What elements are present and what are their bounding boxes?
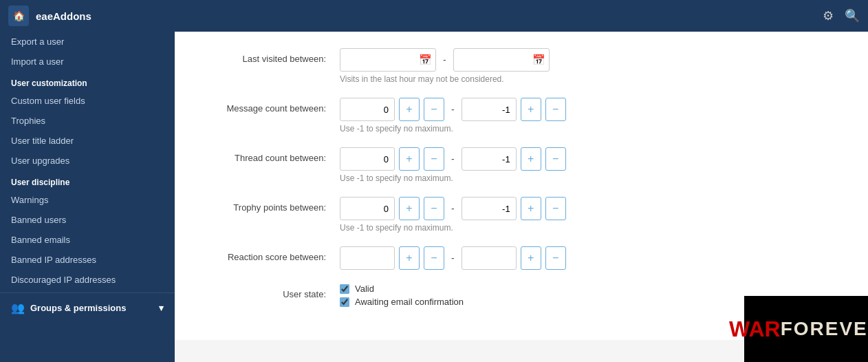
sidebar-item-export-user[interactable]: Export a user	[0, 32, 175, 52]
sidebar-item-banned-ip[interactable]: Banned IP addresses	[0, 250, 175, 270]
home-icon[interactable]: 🏠	[8, 6, 29, 26]
reaction-score-label: Reaction score between:	[202, 246, 340, 262]
groups-left: 👥 Groups & permissions	[11, 301, 126, 315]
trophy-points-inputs: + − - + −	[340, 197, 840, 220]
user-state-valid-row: Valid	[340, 284, 840, 294]
reaction-score-inputs: + − - + −	[340, 246, 840, 270]
form-container: Last visited between: 📅 - 📅 Visits	[175, 32, 868, 340]
sidebar-item-custom-user-fields[interactable]: Custom user fields	[0, 91, 175, 111]
trophy-points-max-input[interactable]	[462, 197, 517, 220]
war-text: WAR	[729, 318, 781, 340]
gear-icon[interactable]: ⚙	[823, 8, 834, 23]
sidebar-item-warnings[interactable]: Warnings	[0, 190, 175, 210]
message-count-inputs: + − - + −	[340, 98, 840, 121]
top-nav-right: ⚙ 🔍	[823, 8, 860, 23]
sidebar-item-import-user[interactable]: Import a user	[0, 52, 175, 72]
thread-count-max-input[interactable]	[462, 147, 517, 171]
user-state-awaiting-checkbox[interactable]	[340, 297, 349, 307]
trophy-points-min-input[interactable]	[340, 197, 395, 220]
message-count-label: Message count between:	[202, 98, 340, 114]
trophy-points-controls: + − - + − Use -1 to specify no maximum.	[340, 197, 840, 233]
thread-count-max-plus[interactable]: +	[521, 147, 541, 171]
trophy-points-min-minus[interactable]: −	[424, 197, 444, 220]
sidebar-groups-section: 👥 Groups & permissions ▾	[0, 292, 175, 320]
last-visited-to-wrap: 📅	[453, 48, 550, 72]
range-separator-5: -	[448, 246, 457, 270]
trophy-points-row: Trophy points between: + − - + − Use -1 …	[202, 197, 840, 233]
thread-count-min-plus[interactable]: +	[399, 147, 420, 171]
trophy-points-max-minus[interactable]: −	[545, 197, 566, 220]
thread-count-hint: Use -1 to specify no maximum.	[340, 173, 840, 183]
user-state-valid-label: Valid	[355, 284, 374, 294]
war-forever-overlay: WAR FOREVER	[744, 296, 868, 362]
top-nav-left: 🏠 eaeAddons	[8, 6, 91, 26]
sidebar-item-user-upgrades[interactable]: User upgrades	[0, 151, 175, 171]
groups-icon: 👥	[11, 301, 25, 315]
message-count-row: Message count between: + − - + − Use -1 …	[202, 98, 840, 134]
sidebar-groups-permissions[interactable]: 👥 Groups & permissions ▾	[0, 296, 175, 320]
thread-count-inputs: + − - + −	[340, 147, 840, 171]
message-count-controls: + − - + − Use -1 to specify no maximum.	[340, 98, 840, 134]
reaction-score-max-minus[interactable]: −	[545, 246, 566, 270]
reaction-score-min-minus[interactable]: −	[424, 246, 444, 270]
thread-count-row: Thread count between: + − - + − Use -1 t…	[202, 147, 840, 183]
range-separator-4: -	[448, 197, 457, 220]
user-state-awaiting-label: Awaiting email confirmation	[355, 297, 464, 307]
message-count-max-minus[interactable]: −	[545, 98, 566, 121]
message-count-max-plus[interactable]: +	[521, 98, 541, 121]
last-visited-label: Last visited between:	[202, 48, 340, 64]
user-state-valid-checkbox[interactable]	[340, 284, 349, 294]
reaction-score-min-input[interactable]	[340, 246, 395, 270]
reaction-score-controls: + − - + −	[340, 246, 840, 270]
last-visited-row: Last visited between: 📅 - 📅 Visits	[202, 48, 840, 84]
reaction-score-max-plus[interactable]: +	[521, 246, 541, 270]
trophy-points-min-plus[interactable]: +	[399, 197, 420, 220]
thread-count-min-input[interactable]	[340, 147, 395, 171]
sidebar-item-user-title-ladder[interactable]: User title ladder	[0, 131, 175, 151]
last-visited-hint: Visits in the last hour may not be consi…	[340, 74, 840, 84]
sidebar-section-user-discipline: User discipline	[0, 171, 175, 190]
top-nav: 🏠 eaeAddons ⚙ 🔍	[0, 0, 868, 32]
last-visited-from-calendar[interactable]: 📅	[419, 54, 432, 66]
trophy-points-label: Trophy points between:	[202, 197, 340, 213]
app-title: eaeAddons	[36, 10, 91, 22]
forever-text: FOREVER	[781, 319, 868, 339]
last-visited-from-wrap: 📅	[340, 48, 436, 72]
trophy-points-hint: Use -1 to specify no maximum.	[340, 223, 840, 233]
search-icon[interactable]: 🔍	[845, 8, 860, 23]
sidebar-item-trophies[interactable]: Trophies	[0, 111, 175, 131]
last-visited-controls: 📅 - 📅 Visits in the last hour may not be…	[340, 48, 840, 84]
sidebar-item-banned-emails[interactable]: Banned emails	[0, 230, 175, 250]
thread-count-controls: + − - + − Use -1 to specify no maximum.	[340, 147, 840, 183]
range-separator-1: -	[440, 48, 449, 72]
sidebar-item-discouraged-ip[interactable]: Discouraged IP addresses	[0, 270, 175, 290]
reaction-score-max-input[interactable]	[462, 246, 517, 270]
groups-label: Groups & permissions	[30, 303, 126, 313]
reaction-score-min-plus[interactable]: +	[399, 246, 420, 270]
chevron-down-icon: ▾	[159, 303, 164, 313]
message-count-min-minus[interactable]: −	[424, 98, 444, 121]
sidebar: Export a user Import a user User customi…	[0, 32, 175, 362]
main-layout: Export a user Import a user User customi…	[0, 32, 868, 362]
message-count-min-plus[interactable]: +	[399, 98, 420, 121]
range-separator-3: -	[448, 147, 457, 171]
thread-count-max-minus[interactable]: −	[545, 147, 566, 171]
user-state-label: User state:	[202, 284, 340, 299]
thread-count-min-minus[interactable]: −	[424, 147, 444, 171]
message-count-max-input[interactable]	[462, 98, 517, 121]
thread-count-label: Thread count between:	[202, 147, 340, 163]
last-visited-inputs: 📅 - 📅	[340, 48, 840, 72]
reaction-score-row: Reaction score between: + − - + −	[202, 246, 840, 270]
sidebar-item-banned-users[interactable]: Banned users	[0, 210, 175, 230]
sidebar-section-user-customization: User customization	[0, 72, 175, 91]
message-count-min-input[interactable]	[340, 98, 395, 121]
range-separator-2: -	[448, 98, 457, 121]
message-count-hint: Use -1 to specify no maximum.	[340, 124, 840, 134]
trophy-points-max-plus[interactable]: +	[521, 197, 541, 220]
last-visited-to-calendar[interactable]: 📅	[532, 54, 545, 66]
